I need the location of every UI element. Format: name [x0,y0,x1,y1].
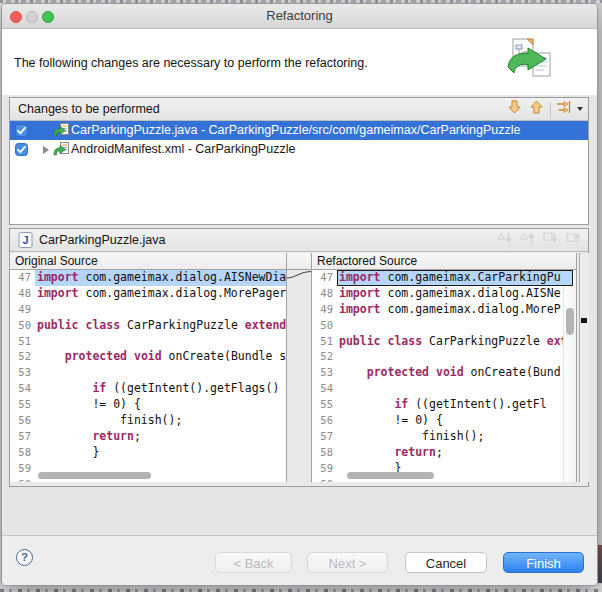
help-button[interactable]: ? [16,549,33,566]
up-arrow-icon [529,99,544,119]
gap-header-cell [287,253,312,270]
line-number: 50 [312,318,337,334]
line-number: 56 [312,413,337,429]
change-item-row[interactable]: AndroidManifest.xml - CarParkingPuzzle [10,140,588,159]
line-number: 59 [10,461,35,477]
next-difference-icon [497,231,513,249]
zoom-button[interactable] [42,11,54,23]
diff-marker[interactable] [581,318,587,323]
java-file-icon: J [18,232,33,248]
changes-tree[interactable]: CarParkingPuzzle.java - CarParkingPuzzle… [10,121,588,159]
diff-connector-curve [287,270,312,310]
compare-viewer: Original Source 47import com.gameimax.di… [10,253,588,482]
item-checkbox-checked[interactable] [15,124,28,140]
wizard-banner: The following changes are necessary to p… [2,29,597,95]
title-bar[interactable]: Refactoring [2,4,597,29]
select-next-change-button[interactable] [503,99,525,119]
refactored-source-header: Refactored Source [312,253,576,270]
code-line: 48import com.gameimax.dialog.MorePager [10,286,286,302]
original-source-header: Original Source [10,253,286,270]
code-line: 53 protected void onCreate(Bund [312,365,576,381]
change-item-label: AndroidManifest.xml - CarParkingPuzzle [71,140,586,159]
expand-triangle-icon[interactable] [43,146,49,154]
line-number: 57 [312,429,337,445]
code-line: 57 finish(); [312,429,576,445]
cancel-button[interactable]: Cancel [405,552,487,573]
change-icon [53,123,69,141]
close-button[interactable] [10,11,22,23]
vertical-scrollbar-track[interactable] [563,270,576,482]
finish-button[interactable]: Finish [503,552,584,573]
dropdown-caret-icon [577,107,583,111]
code-line: 55 != 0) { [10,397,286,413]
horizontal-scrollbar-left[interactable] [38,472,151,479]
previous-difference-button[interactable] [518,231,538,249]
line-number: 56 [10,413,35,429]
line-number: 47 [312,270,337,286]
line-number: 51 [312,334,337,350]
item-checkbox-checked[interactable] [15,143,28,159]
line-number: 60 [10,477,35,482]
line-number: 54 [10,381,35,397]
filter-changes-button[interactable] [554,99,584,119]
code-line: 51 [10,334,286,350]
refactoring-banner-icon [505,38,551,86]
vertical-scrollbar-thumb[interactable] [566,308,574,335]
original-source-pane[interactable]: Original Source 47import com.gameimax.di… [10,253,287,482]
line-number: 52 [312,349,337,365]
code-line: 47import com.gameimax.CarParkingPu [312,270,576,286]
line-number: 49 [312,302,337,318]
toolbar-separator [550,102,551,117]
code-line: 57 return; [10,429,286,445]
select-previous-change-button[interactable] [525,99,547,119]
code-line: 52 protected void onCreate(Bundle sa [10,349,286,365]
next-button[interactable]: Next > [307,552,388,573]
next-change-button[interactable] [541,231,561,249]
back-button[interactable]: < Back [215,552,292,573]
preview-header: J CarParkingPuzzle.java [10,229,588,252]
button-bar: ? < Back Next > Cancel Finish [2,535,597,585]
refactored-source-code[interactable]: 47import com.gameimax.CarParkingPu48impo… [312,270,576,482]
refactored-source-pane[interactable]: Refactored Source 47import com.gameimax.… [311,253,577,482]
previous-change-icon [566,231,582,249]
overview-ruler[interactable] [579,253,589,482]
code-line: 56 finish(); [10,413,286,429]
line-number: 57 [10,429,35,445]
code-line: 51public class CarParkingPuzzle ext [312,334,576,350]
line-number: 55 [10,397,35,413]
next-change-icon [543,231,559,249]
diff-connector-gap [287,253,312,482]
code-line: 52 [312,349,576,365]
change-icon [53,142,69,160]
code-line: 48import com.gameimax.dialog.AISNe [312,286,576,302]
code-line: 54 if ((getIntent().getFlags() [10,381,286,397]
code-line: 47import com.gameimax.dialog.AISNewDia [10,270,286,286]
code-line: 58 return; [312,445,576,461]
code-line: 56 != 0) { [312,413,576,429]
code-line: 49 [10,302,286,318]
line-number: 48 [312,286,337,302]
filter-icon [556,100,575,118]
preview-file-label: CarParkingPuzzle.java [39,233,492,247]
line-number: 52 [10,349,35,365]
svg-text:J: J [22,234,28,246]
line-number: 58 [10,445,35,461]
changes-panel: Changes to be performed [9,97,589,225]
code-line: 58 } [10,445,286,461]
changes-panel-title: Changes to be performed [18,102,503,116]
original-source-code[interactable]: 47import com.gameimax.dialog.AISNewDia48… [10,270,286,482]
screen: Refactoring The following changes are ne… [0,0,602,592]
refactoring-dialog: Refactoring The following changes are ne… [1,3,598,586]
line-number: 48 [10,286,35,302]
line-number: 53 [10,365,35,381]
code-line: 50public class CarParkingPuzzle extends [10,318,286,334]
previous-change-button[interactable] [564,231,584,249]
horizontal-scrollbar-right[interactable] [347,472,434,479]
minimize-button[interactable] [26,11,38,23]
change-item-row[interactable]: CarParkingPuzzle.java - CarParkingPuzzle… [10,121,588,140]
code-line: 55 if ((getIntent().getFl [312,397,576,413]
line-number: 50 [10,318,35,334]
line-number: 55 [312,397,337,413]
next-difference-button[interactable] [495,231,515,249]
change-item-label: CarParkingPuzzle.java - CarParkingPuzzle… [71,121,586,140]
